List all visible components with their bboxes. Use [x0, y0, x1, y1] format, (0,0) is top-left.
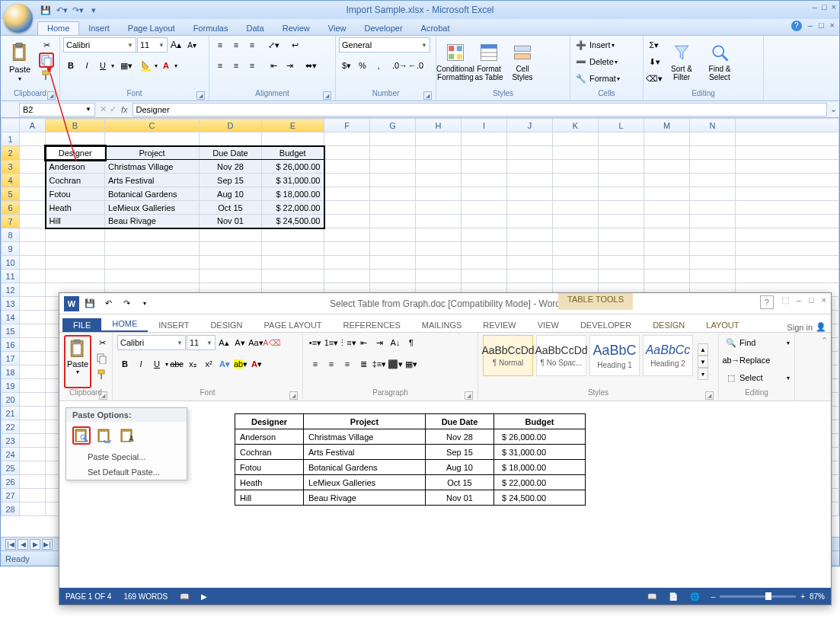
replace-button[interactable]: ab→Replace [723, 353, 790, 368]
cell[interactable] [599, 256, 644, 270]
cell[interactable]: Due Date [200, 146, 262, 160]
cell[interactable] [599, 132, 644, 146]
cell[interactable] [553, 242, 599, 256]
cell[interactable] [507, 187, 553, 201]
italic-button[interactable]: I [133, 356, 149, 372]
insert-cells-icon[interactable]: ➕ [573, 37, 589, 53]
cell[interactable] [690, 146, 736, 160]
cell[interactable] [736, 201, 839, 215]
cell[interactable] [416, 228, 462, 242]
cell[interactable]: Nov 28 [200, 160, 262, 174]
cell[interactable] [20, 420, 46, 434]
cell[interactable] [20, 228, 46, 242]
first-sheet-icon[interactable]: |◀ [5, 539, 16, 550]
cell[interactable] [20, 297, 46, 311]
align-top-icon[interactable]: ≡ [212, 37, 228, 53]
cell[interactable] [46, 256, 105, 270]
underline-button[interactable]: U [149, 356, 164, 372]
cell[interactable] [20, 160, 46, 174]
rowhead-7[interactable]: 7 [2, 215, 20, 228]
cell[interactable] [324, 242, 370, 256]
minimize-icon[interactable]: – [797, 295, 801, 309]
cell[interactable] [200, 132, 262, 146]
last-sheet-icon[interactable]: ▶| [42, 539, 53, 550]
cell[interactable] [462, 174, 507, 187]
cell[interactable]: LeMieux Galleries [304, 475, 426, 490]
cell[interactable]: Botanical Gardens [304, 460, 426, 475]
cell[interactable] [20, 461, 46, 475]
colhead-j[interactable]: J [507, 119, 553, 132]
sort-icon[interactable]: A↓ [388, 335, 403, 350]
cell[interactable] [20, 489, 46, 503]
cell[interactable] [690, 242, 736, 256]
cell[interactable] [105, 270, 200, 283]
th-budget[interactable]: Budget [494, 414, 586, 429]
colhead-a[interactable]: A [20, 119, 46, 132]
cell[interactable]: Nov 01 [426, 490, 494, 506]
number-dialog-launcher[interactable]: ◢ [423, 91, 432, 100]
table-row[interactable]: AndersonChristmas VillageNov 28$ 26,000.… [235, 429, 586, 445]
colhead-b[interactable]: B [46, 119, 105, 132]
grow-font-icon[interactable]: A▴ [216, 335, 232, 350]
office-button[interactable] [4, 4, 33, 33]
cell[interactable]: Arts Festival [105, 174, 200, 187]
cell[interactable] [416, 215, 462, 228]
cell[interactable] [553, 174, 599, 187]
cell[interactable] [416, 146, 462, 160]
shrink-font-icon[interactable]: A▾ [232, 335, 248, 350]
cell[interactable] [462, 201, 507, 215]
bold-button[interactable]: B [117, 356, 133, 372]
cell[interactable] [553, 146, 599, 160]
tab-insert[interactable]: Insert [79, 22, 119, 35]
cell[interactable] [324, 228, 370, 242]
cell[interactable] [507, 215, 553, 228]
cell[interactable] [690, 201, 736, 215]
cell[interactable] [690, 160, 736, 174]
cell[interactable]: Hill [235, 490, 304, 506]
cell[interactable] [644, 146, 690, 160]
tab-data[interactable]: Data [237, 22, 273, 35]
cell[interactable] [553, 215, 599, 228]
close-icon[interactable]: × [832, 2, 836, 11]
select-button[interactable]: ⬚Select▾ [723, 370, 790, 385]
table-row[interactable]: HeathLeMieux GalleriesOct 15$ 22,000.00 [235, 475, 586, 490]
borders-icon[interactable]: ▦▾ [119, 58, 134, 73]
cell[interactable] [416, 270, 462, 283]
colhead-c[interactable]: C [105, 119, 200, 132]
cell[interactable] [20, 270, 46, 283]
cell[interactable]: Project [105, 146, 200, 160]
tab-table-layout[interactable]: LAYOUT [695, 318, 749, 332]
italic-button[interactable]: I [79, 58, 94, 73]
cell[interactable] [20, 365, 46, 379]
cell[interactable] [46, 270, 105, 283]
font-dialog-launcher[interactable]: ◢ [196, 91, 205, 100]
rowhead-8[interactable]: 8 [2, 228, 20, 242]
sign-in-link[interactable]: Sign in👤 [787, 322, 826, 332]
rowhead-26[interactable]: 26 [2, 475, 20, 489]
rowhead-17[interactable]: 17 [2, 352, 20, 365]
text-effects-icon[interactable]: A▾ [217, 356, 232, 372]
enter-formula-icon[interactable]: ✓ [110, 104, 117, 114]
cell[interactable] [599, 174, 644, 187]
cell[interactable] [690, 215, 736, 228]
cell[interactable]: Cochran [235, 445, 304, 460]
qat-undo-icon[interactable]: ↶ [101, 296, 116, 311]
colhead-l[interactable]: L [599, 119, 644, 132]
set-default-paste-item[interactable]: Set Default Paste... [66, 464, 187, 480]
rowhead-1[interactable]: 1 [2, 132, 20, 146]
styles-scroll-down-icon[interactable]: ▼ [698, 356, 708, 368]
styles-dialog-launcher[interactable]: ◢ [705, 391, 714, 400]
bullets-icon[interactable]: •≡▾ [308, 335, 323, 350]
number-format-combo[interactable]: General▼ [339, 37, 430, 53]
style-heading1[interactable]: AaBbCHeading 1 [589, 335, 640, 376]
cell[interactable] [553, 201, 599, 215]
cell[interactable]: $ 18,000.00 [262, 187, 324, 201]
accounting-format-icon[interactable]: $▾ [339, 58, 354, 73]
clipboard-dialog-launcher[interactable]: ◢ [99, 391, 107, 400]
cell[interactable] [599, 242, 644, 256]
cell[interactable] [599, 146, 644, 160]
rowhead-6[interactable]: 6 [2, 201, 20, 215]
align-left-icon[interactable]: ≡ [212, 58, 228, 73]
restore-workbook-icon[interactable]: □ [819, 21, 824, 31]
change-case-icon[interactable]: Aa▾ [248, 335, 263, 350]
